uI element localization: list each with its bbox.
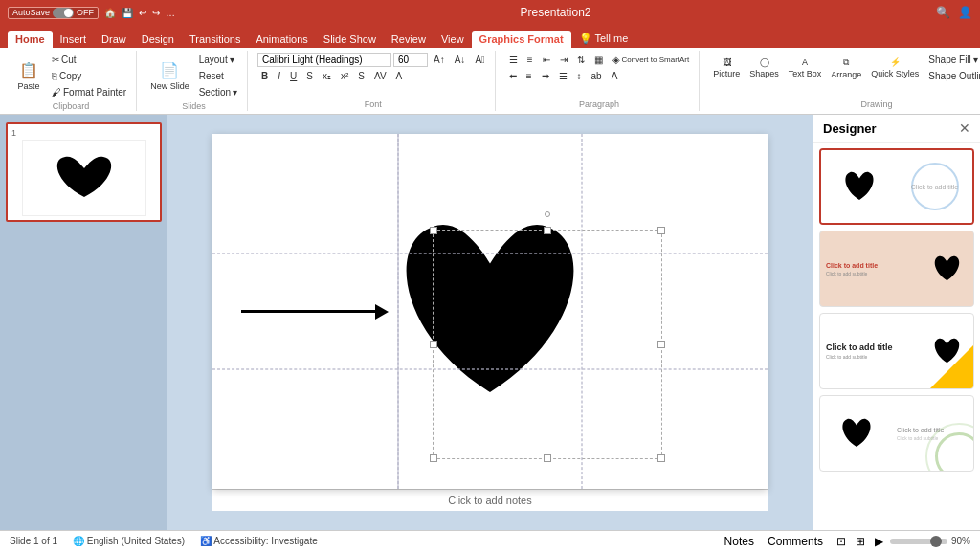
italic-button[interactable]: I	[274, 69, 284, 83]
tab-view[interactable]: View	[434, 31, 472, 48]
font-name-input[interactable]	[257, 53, 391, 67]
more-icon[interactable]: …	[166, 8, 175, 18]
indent-dec-button[interactable]: ⇤	[539, 53, 554, 67]
shape-outline-button[interactable]: Shape Outline ▾	[924, 69, 980, 83]
rotate-handle[interactable]	[545, 211, 550, 217]
font-group: A↑ A↓ A⃝ B I U S x₂ x² S AV A Font	[252, 51, 496, 111]
subscript-button[interactable]: x₂	[319, 69, 335, 83]
align-left-button[interactable]: ⬅	[505, 69, 521, 83]
handle-mid-right[interactable]	[657, 341, 665, 348]
font-label: Font	[257, 99, 489, 109]
copy-button[interactable]: ⎘ Copy	[48, 69, 130, 83]
design-suggestion-3[interactable]: Click to add title Click to add subtitle	[819, 313, 974, 389]
handle-bot-left[interactable]	[430, 454, 437, 462]
align-center-button[interactable]: ≡	[523, 69, 536, 83]
shapes-button[interactable]: ◯ Shapes	[746, 54, 783, 82]
accessibility-status[interactable]: ♿ Accessibility: Investigate	[200, 536, 318, 546]
columns-button[interactable]: ▦	[590, 53, 607, 67]
designer-close-button[interactable]: ✕	[959, 121, 970, 136]
bullets-button[interactable]: ☰	[505, 53, 522, 67]
editor-area[interactable]: Click to add notes	[167, 115, 813, 530]
handle-mid-left[interactable]	[430, 341, 437, 348]
format-painter-button[interactable]: 🖌 Format Painter	[48, 85, 130, 99]
font-row-1: A↑ A↓ A⃝	[257, 53, 489, 67]
bold-button[interactable]: B	[257, 69, 272, 83]
tab-transitions[interactable]: Transitions	[182, 31, 248, 48]
save-icon[interactable]: 💾	[122, 8, 133, 18]
indent-inc-button[interactable]: ⇥	[556, 53, 571, 67]
tab-graphics-format[interactable]: Graphics Format	[472, 31, 571, 48]
arrow-shape[interactable]	[241, 304, 389, 320]
slide-canvas[interactable]	[212, 134, 768, 489]
convert-smartart-button[interactable]: ◈ Convert to SmartArt	[609, 53, 694, 67]
font-size-input[interactable]	[393, 53, 428, 67]
decrease-font-button[interactable]: A↓	[451, 53, 470, 67]
design-suggestion-1[interactable]: Click to add title	[819, 148, 974, 225]
picture-button[interactable]: 🖼 Picture	[709, 54, 744, 82]
numbering-button[interactable]: ≡	[523, 53, 537, 67]
tab-insert[interactable]: Insert	[53, 31, 95, 48]
text-highlight-button[interactable]: ab	[588, 69, 606, 83]
lightbulb-icon: 💡	[579, 33, 592, 44]
comments-status-button[interactable]: Comments	[765, 534, 826, 549]
line-spacing-button[interactable]: ↕	[573, 69, 586, 83]
align-right-button[interactable]: ➡	[538, 69, 553, 83]
design-suggestion-2[interactable]: Click to add title Click to add subtitle	[819, 231, 974, 307]
layout-button[interactable]: Layout ▾	[195, 53, 241, 67]
increase-font-button[interactable]: A↑	[430, 53, 449, 67]
normal-view-button[interactable]: ⊡	[834, 534, 849, 549]
char-spacing-button[interactable]: AV	[370, 69, 390, 83]
ds2-subtitle: Click to add subtitle	[826, 271, 915, 276]
strikethrough-button[interactable]: S	[302, 69, 317, 83]
slide-sorter-button[interactable]: ⊞	[853, 534, 868, 549]
justify-button[interactable]: ☰	[555, 69, 571, 83]
reset-button[interactable]: Reset	[195, 69, 241, 83]
autosave-toggle[interactable]	[53, 8, 74, 18]
account-icon[interactable]: 👤	[958, 6, 972, 19]
autosave-badge[interactable]: AutoSave OFF	[8, 7, 99, 19]
tab-slideshow[interactable]: Slide Show	[316, 31, 384, 48]
text-shadow-button[interactable]: S	[354, 69, 368, 83]
new-slide-button[interactable]: 📄 New Slide	[146, 57, 193, 95]
handle-top-mid[interactable]	[544, 227, 551, 234]
slide-thumbnail-1[interactable]: 1	[6, 122, 162, 222]
underline-button[interactable]: U	[286, 69, 301, 83]
tab-animations[interactable]: Animations	[248, 31, 315, 48]
tab-home[interactable]: Home	[8, 31, 53, 48]
slideshow-button[interactable]: ▶	[872, 534, 886, 549]
font-color-button[interactable]: A	[392, 69, 407, 83]
ds3-title: Click to add title	[826, 342, 915, 353]
cut-button[interactable]: ✂ Cut	[48, 53, 130, 67]
tab-tell-me[interactable]: 💡 Tell me	[571, 30, 636, 48]
paragraph-label: Paragraph	[505, 99, 694, 109]
picture-icon: 🖼	[723, 57, 731, 67]
notes-button[interactable]: Notes	[722, 534, 757, 549]
superscript-button[interactable]: x²	[337, 69, 352, 83]
shape-fill-button[interactable]: Shape Fill ▾	[924, 53, 980, 67]
paste-button[interactable]: 📋 Paste	[11, 57, 46, 95]
quick-styles-button[interactable]: ⚡ Quick Styles	[867, 54, 923, 82]
arrow-head	[375, 304, 389, 320]
tab-draw[interactable]: Draw	[94, 31, 134, 48]
text-color-button[interactable]: A	[608, 69, 622, 83]
add-notes-bar[interactable]: Click to add notes	[212, 489, 768, 511]
redo-icon[interactable]: ↪	[152, 8, 160, 18]
handle-bot-mid[interactable]	[544, 454, 551, 462]
undo-icon[interactable]: ↩	[139, 8, 146, 18]
handle-bot-right[interactable]	[657, 454, 665, 462]
zoom-slider[interactable]	[890, 539, 947, 544]
arrange-button[interactable]: ⧉ Arrange	[827, 54, 865, 83]
tab-review[interactable]: Review	[384, 31, 434, 48]
handle-top-left[interactable]	[430, 227, 437, 234]
text-direction-button[interactable]: ⇅	[573, 53, 589, 67]
tab-design[interactable]: Design	[134, 31, 182, 48]
text-box-icon: A	[802, 57, 808, 67]
text-box-button[interactable]: A Text Box	[785, 54, 826, 82]
shapes-icon: ◯	[760, 57, 769, 67]
search-icon[interactable]: 🔍	[936, 6, 950, 19]
section-button[interactable]: Section ▾	[195, 85, 241, 99]
clear-format-button[interactable]: A⃝	[471, 53, 488, 67]
handle-top-right[interactable]	[657, 227, 665, 234]
designer-panel: Designer ✕ Click to add title Click	[813, 115, 980, 530]
design-suggestion-4[interactable]: Click to add title Click to add subtitle	[819, 395, 974, 472]
